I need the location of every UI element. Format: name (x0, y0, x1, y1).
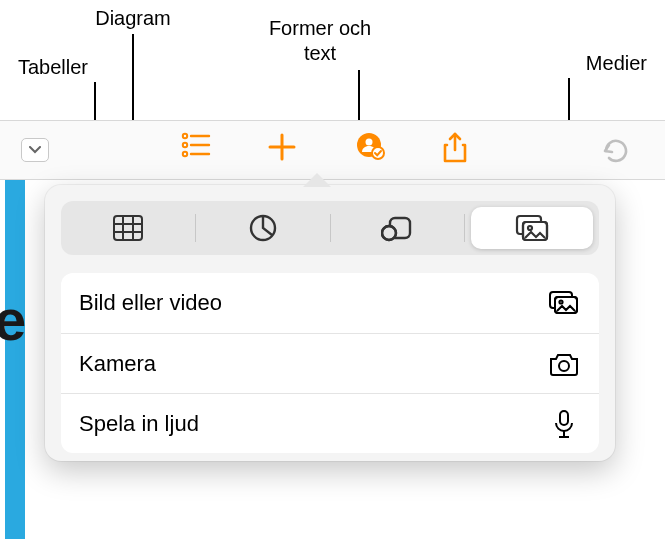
svg-point-2 (183, 143, 187, 147)
collaborate-icon[interactable] (353, 132, 385, 168)
callout-charts: Diagram (80, 6, 186, 31)
callout-shapes: Former och text (255, 16, 385, 66)
plus-insert-icon[interactable] (267, 132, 297, 168)
segment-media[interactable] (465, 201, 599, 255)
menu-item-photo-or-video[interactable]: Bild eller video (61, 273, 599, 333)
segment-tables[interactable] (61, 201, 195, 255)
svg-point-29 (559, 361, 569, 371)
menu-item-camera[interactable]: Kamera (61, 333, 599, 393)
segment-shapes[interactable] (331, 201, 465, 255)
insert-popover: Bild eller video Kamera Spe (45, 185, 615, 461)
photo-library-icon (547, 290, 581, 316)
menu-item-record-audio[interactable]: Spela in ljud (61, 393, 599, 453)
microphone-icon (547, 409, 581, 439)
list-view-icon[interactable] (181, 132, 211, 168)
main-toolbar (0, 120, 665, 180)
svg-rect-30 (560, 411, 568, 425)
menu-label: Kamera (79, 351, 156, 377)
menu-label: Bild eller video (79, 290, 222, 316)
cropped-text: e (0, 286, 25, 353)
insert-category-segmented-control (61, 201, 599, 255)
callout-tables: Tabeller (0, 55, 106, 80)
dropdown-caret-button[interactable] (21, 138, 49, 162)
svg-point-0 (183, 134, 187, 138)
svg-point-9 (366, 139, 373, 146)
menu-label: Spela in ljud (79, 411, 199, 437)
camera-icon (547, 351, 581, 377)
share-icon[interactable] (441, 132, 469, 168)
svg-rect-12 (114, 216, 142, 240)
segment-charts[interactable] (196, 201, 330, 255)
undo-icon[interactable] (599, 133, 631, 167)
callout-media: Medier (547, 51, 647, 76)
media-menu-list: Bild eller video Kamera Spe (61, 273, 599, 453)
svg-point-4 (183, 152, 187, 156)
